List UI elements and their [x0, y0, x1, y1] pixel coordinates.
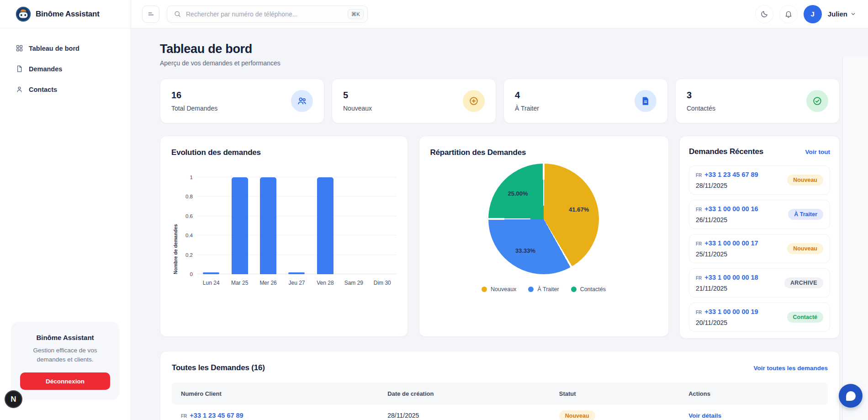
brand-name: Binôme Assistant: [36, 10, 100, 19]
request-date: 28/11/2025: [696, 182, 758, 189]
y-tick-label: 0.4: [185, 233, 193, 238]
recent-request-item[interactable]: FR+33 1 00 00 00 16 26/11/2025 À Traiter: [689, 200, 830, 229]
stat-icon-bubble: [463, 90, 485, 112]
recent-requests-header: Demandes Récentes Voir tout: [689, 147, 830, 156]
legend-dot: [482, 287, 487, 292]
legend-label: Nouveaux: [491, 286, 516, 292]
keyboard-shortcut-chip: ⌘K: [348, 9, 364, 19]
all-requests-title: Toutes les Demandes (16): [172, 363, 265, 372]
x-tick-label: Ven 28: [311, 280, 339, 286]
x-tick-label: Jeu 27: [282, 280, 311, 286]
request-info: FR+33 1 00 00 00 18 21/11/2025: [696, 274, 758, 292]
table-column-header: Statut: [559, 390, 688, 397]
bar: [232, 177, 248, 274]
stat-value: 4: [515, 90, 539, 101]
view-all-link[interactable]: Voir tout: [805, 149, 831, 155]
bar-slot: [339, 177, 368, 274]
cell-status: Nouveau: [559, 412, 688, 419]
topbar-actions: J Julien: [755, 5, 856, 23]
phone-link[interactable]: +33 1 23 45 67 89: [190, 412, 243, 419]
stat-label: Nouveaux: [343, 105, 372, 112]
status-badge: À Traiter: [788, 209, 823, 220]
x-tick-label: Sam 29: [339, 280, 368, 286]
charts-row: Evolution des demandes Nombre de demande…: [160, 136, 840, 339]
table-row[interactable]: FR+33 1 23 45 67 89 28/11/2025 Nouveau V…: [172, 404, 828, 420]
stat-label: Total Demandes: [171, 105, 217, 112]
dark-mode-toggle[interactable]: [755, 5, 773, 23]
recent-request-item[interactable]: FR+33 1 00 00 00 17 25/11/2025 Nouveau: [689, 234, 830, 263]
main-area: ⌘K J Julien Tableau de bord Aperçu de vo…: [131, 0, 868, 420]
stat-card: 16 Total Demandes: [160, 79, 324, 123]
pie-chart-card: Répartition des Demandes 41.67%33.33%25.…: [419, 136, 669, 337]
search-box[interactable]: ⌘K: [167, 5, 368, 23]
stat-card: 5 Nouveaux: [332, 79, 496, 123]
nav-item-icon: [16, 65, 23, 73]
request-info: FR+33 1 00 00 00 19 20/11/2025: [696, 308, 758, 326]
phone-link[interactable]: +33 1 00 00 00 18: [704, 274, 758, 281]
view-details-link[interactable]: Voir détails: [688, 412, 721, 419]
logout-button[interactable]: Déconnexion: [20, 372, 110, 390]
status-badge: ARCHIVE: [784, 277, 823, 288]
pie-slice-label: 33.33%: [515, 247, 535, 254]
recent-request-item[interactable]: FR+33 1 23 45 67 89 28/11/2025 Nouveau: [689, 165, 830, 195]
country-code-label: FR: [181, 414, 187, 419]
recent-request-item[interactable]: FR+33 1 00 00 00 18 21/11/2025 ARCHIVE: [689, 268, 830, 298]
stat-value: 3: [687, 90, 715, 101]
x-tick-label: Lun 24: [197, 280, 225, 286]
notifications-button[interactable]: [779, 5, 798, 23]
phone-link[interactable]: +33 1 00 00 00 16: [704, 205, 758, 213]
request-info: FR+33 1 00 00 00 17 25/11/2025: [696, 239, 758, 258]
user-menu[interactable]: Julien: [828, 10, 856, 18]
bar-slot: [311, 177, 339, 274]
cell-date: 28/11/2025: [387, 412, 559, 419]
pie-slice-label: 25.00%: [508, 190, 528, 197]
country-code-label: FR: [696, 276, 702, 281]
dev-tools-badge[interactable]: N: [5, 390, 22, 408]
brand-home-link[interactable]: Binôme Assistant: [0, 0, 131, 28]
pie-chart-title: Répartition des Demandes: [430, 148, 657, 157]
x-tick-label: Mar 25: [225, 280, 254, 286]
search-input[interactable]: [186, 11, 343, 18]
pie-slice-label: 41.67%: [569, 206, 589, 213]
chat-widget-button[interactable]: [839, 384, 863, 408]
menu-icon: [147, 10, 155, 18]
nav-item-label: Demandes: [29, 65, 62, 73]
country-code-label: FR: [696, 310, 702, 315]
stat-value: 5: [343, 90, 372, 101]
y-tick-label: 1: [190, 175, 193, 180]
phone-link[interactable]: +33 1 00 00 00 19: [704, 308, 758, 315]
sidebar-footer-description: Gestion efficace de vos demandes et clie…: [20, 346, 110, 365]
y-tick-label: 0.8: [185, 194, 193, 199]
sidebar-nav-item[interactable]: Tableau de bord: [0, 40, 131, 56]
stat-value: 16: [171, 90, 217, 101]
bar-chart-xlabels: Lun 24Mar 25Mer 26Jeu 27Ven 28Sam 29Dim …: [197, 280, 397, 286]
legend-item: Nouveaux: [482, 286, 516, 292]
legend-item: Contactés: [571, 286, 606, 292]
phone-row: FR+33 1 00 00 00 17: [696, 239, 758, 247]
request-date: 20/11/2025: [696, 319, 758, 326]
table-body: FR+33 1 23 45 67 89 28/11/2025 Nouveau V…: [172, 404, 828, 420]
sidebar-toggle-button[interactable]: [142, 5, 159, 23]
country-code-label: FR: [696, 241, 702, 246]
sidebar-nav-item[interactable]: Contacts: [0, 81, 131, 97]
legend-dot: [528, 287, 534, 292]
request-date: 25/11/2025: [696, 250, 758, 258]
all-requests-card: Toutes les Demandes (16) Voir toutes les…: [160, 351, 840, 420]
search-icon: [174, 10, 181, 18]
user-avatar[interactable]: J: [804, 5, 822, 23]
view-all-requests-link[interactable]: Voir toutes les demandes: [753, 365, 828, 372]
phone-link[interactable]: +33 1 00 00 00 17: [704, 239, 758, 247]
bell-icon: [784, 10, 793, 18]
sidebar-nav-item[interactable]: Demandes: [0, 61, 131, 77]
x-tick-label: Dim 30: [368, 280, 397, 286]
robot-logo-icon: [16, 6, 31, 22]
stat-icon-bubble: [635, 90, 656, 112]
request-date: 21/11/2025: [696, 285, 758, 292]
phone-row: FR+33 1 00 00 00 19: [696, 308, 758, 315]
recent-request-item[interactable]: FR+33 1 00 00 00 19 20/11/2025 Contacté: [689, 303, 830, 332]
stat-icon-bubble: [806, 90, 828, 112]
scroll-gutter[interactable]: [842, 57, 868, 420]
phone-link[interactable]: +33 1 23 45 67 89: [704, 171, 758, 178]
bar-slot: [197, 177, 225, 274]
status-badge: Nouveau: [559, 410, 595, 420]
